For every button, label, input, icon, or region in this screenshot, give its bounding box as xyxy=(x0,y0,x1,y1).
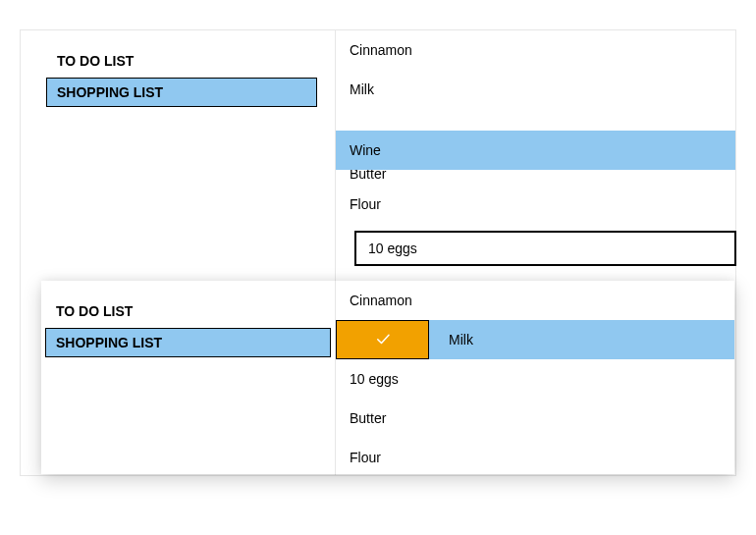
list-item-label: Milk xyxy=(429,332,473,348)
overlay-category-sidebar: TO DO LIST SHOPPING LIST xyxy=(41,281,336,474)
list-item[interactable]: Flour xyxy=(336,187,735,221)
list-item[interactable]: Cinnamon xyxy=(336,281,734,320)
drag-preview-overlay: TO DO LIST SHOPPING LIST Cinnamon Milk 1… xyxy=(41,281,734,474)
list-item-label: Wine xyxy=(350,142,381,158)
category-label: SHOPPING LIST xyxy=(56,335,162,350)
list-item-dragging[interactable]: Wine xyxy=(336,131,735,170)
list-item[interactable]: Flour xyxy=(336,438,734,474)
list-item-label: Butter xyxy=(350,410,386,426)
category-item-shopping[interactable]: SHOPPING LIST xyxy=(45,328,331,357)
category-label: SHOPPING LIST xyxy=(57,84,163,100)
edit-item-input[interactable]: 10 eggs xyxy=(354,231,736,266)
list-item[interactable]: 10 eggs xyxy=(336,359,734,399)
list-item-label: Cinnamon xyxy=(350,293,412,308)
list-item-label: 10 eggs xyxy=(350,371,399,387)
list-item[interactable]: Butter xyxy=(336,399,734,438)
list-item-label: Flour xyxy=(350,196,381,212)
list-item-selected[interactable]: Milk xyxy=(336,320,734,359)
check-icon xyxy=(374,330,392,350)
overlay-detail-list: Cinnamon Milk 10 eggs Butter Flour xyxy=(336,281,734,474)
list-item-label: Flour xyxy=(350,450,381,465)
list-item-label: Cinnamon xyxy=(350,42,412,58)
category-item-todo[interactable]: TO DO LIST xyxy=(46,46,317,76)
category-item-todo[interactable]: TO DO LIST xyxy=(45,296,331,326)
category-item-shopping[interactable]: SHOPPING LIST xyxy=(46,78,317,107)
category-label: TO DO LIST xyxy=(57,53,134,69)
category-label: TO DO LIST xyxy=(56,303,133,319)
list-item-label: Milk xyxy=(350,81,374,97)
list-item[interactable]: Milk xyxy=(336,70,735,109)
edit-item-value: 10 eggs xyxy=(368,241,417,256)
list-item[interactable]: Cinnamon xyxy=(336,30,735,70)
reorder-handle[interactable] xyxy=(336,320,429,359)
